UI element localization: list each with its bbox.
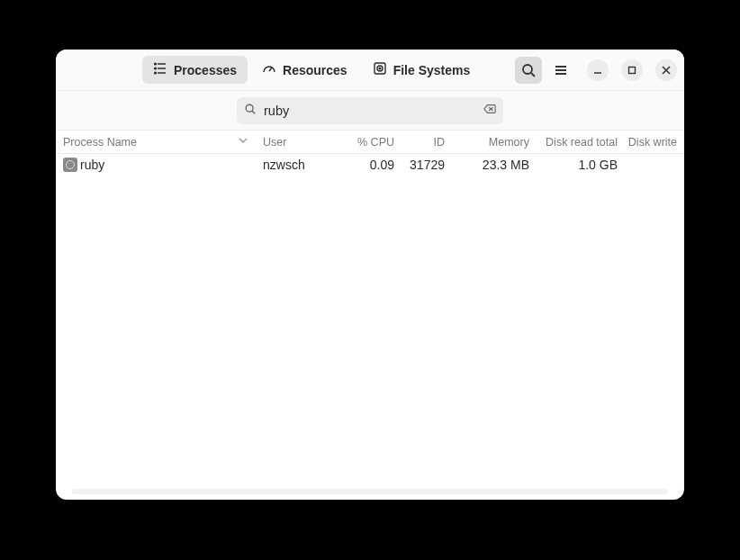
maximize-button[interactable] [621, 59, 643, 81]
sort-indicator-icon [238, 135, 248, 149]
col-cpu[interactable]: % CPU [329, 136, 398, 149]
close-button[interactable] [655, 59, 677, 81]
search-toggle-button[interactable] [515, 57, 542, 84]
col-memory[interactable]: Memory [448, 136, 533, 149]
svg-point-0 [155, 63, 157, 65]
minimize-button[interactable] [587, 59, 609, 81]
view-tabs: Processes Resources File Systems [142, 56, 481, 84]
disk-icon [373, 61, 387, 78]
col-disk-read[interactable]: Disk read total [533, 136, 621, 149]
tab-resources[interactable]: Resources [251, 56, 358, 84]
process-name: ruby [80, 158, 104, 172]
process-icon [63, 158, 77, 172]
col-user[interactable]: User [259, 136, 329, 149]
search-field[interactable] [237, 97, 503, 124]
col-id[interactable]: ID [398, 136, 448, 149]
cell-user: nzwsch [259, 158, 329, 172]
cell-cpu: 0.09 [329, 158, 398, 172]
cell-memory: 23.3 MB [448, 158, 533, 172]
speedometer-icon [262, 61, 276, 78]
search-input[interactable] [264, 104, 476, 118]
tab-processes[interactable]: Processes [142, 56, 248, 84]
table-header: Process Name User % CPU ID Memory Disk r… [56, 131, 684, 154]
svg-point-2 [155, 68, 157, 69]
search-bar [56, 91, 684, 131]
svg-rect-16 [629, 67, 636, 73]
svg-line-6 [269, 68, 272, 71]
svg-line-11 [531, 73, 535, 77]
tab-label: Processes [174, 63, 237, 77]
clear-search-icon[interactable] [483, 103, 496, 119]
cell-disk-read: 1.0 GB [533, 158, 621, 172]
table-row[interactable]: ruby nzwsch 0.09 31729 23.3 MB 1.0 GB [56, 154, 684, 176]
headerbar: Processes Resources File Systems [56, 50, 684, 91]
search-icon [244, 103, 257, 119]
col-disk-write[interactable]: Disk write [621, 136, 681, 149]
svg-point-19 [246, 104, 253, 112]
col-process-name[interactable]: Process Name [59, 135, 259, 149]
svg-line-20 [252, 111, 255, 113]
horizontal-scrollbar[interactable] [72, 489, 668, 494]
svg-point-4 [155, 72, 157, 74]
svg-point-9 [379, 68, 381, 69]
tab-filesystems[interactable]: File Systems [362, 56, 482, 84]
list-icon [153, 61, 167, 78]
system-monitor-window: Processes Resources File Systems [56, 50, 684, 500]
tab-label: File Systems [393, 63, 471, 77]
tab-label: Resources [283, 63, 347, 77]
cell-id: 31729 [398, 158, 448, 172]
menu-button[interactable] [547, 57, 574, 84]
svg-point-10 [523, 65, 532, 74]
